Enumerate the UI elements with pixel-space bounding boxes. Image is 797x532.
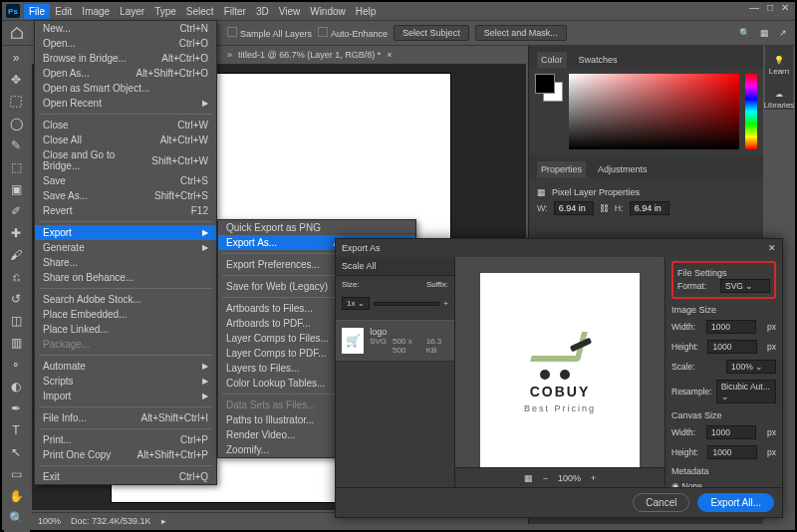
color-field[interactable] <box>569 74 739 149</box>
file-menu-item[interactable]: Browse in Bridge...Alt+Ctrl+O <box>35 51 216 66</box>
link-icon[interactable]: ⛓ <box>600 203 609 213</box>
crop-tool-icon[interactable]: ⬚ <box>4 157 28 177</box>
hue-strip[interactable] <box>745 74 757 149</box>
select-and-mask-button[interactable]: Select and Mask... <box>475 25 567 41</box>
file-menu-item[interactable]: Save As...Shift+Ctrl+S <box>35 188 216 203</box>
libraries-panel-button[interactable]: ☁Libraries <box>764 90 795 110</box>
resample-select[interactable]: Bicubic Aut... ⌄ <box>716 380 776 403</box>
file-menu-item[interactable]: Import▶ <box>35 389 216 403</box>
minimize-icon[interactable]: — <box>749 2 759 13</box>
file-menu-item[interactable]: SaveCtrl+S <box>35 173 216 188</box>
file-menu-item[interactable]: Open as Smart Object... <box>35 81 216 96</box>
maximize-icon[interactable]: □ <box>767 2 773 13</box>
type-tool-icon[interactable]: T <box>4 420 28 440</box>
suffix-input[interactable] <box>374 302 440 306</box>
file-menu-item[interactable]: Export▶ <box>35 225 216 240</box>
file-menu-item[interactable]: Print...Ctrl+P <box>35 432 216 447</box>
eyedropper-tool-icon[interactable]: ✐ <box>4 201 28 221</box>
brush-tool-icon[interactable]: 🖌 <box>4 245 28 265</box>
file-menu-item[interactable]: Close AllAlt+Ctrl+W <box>35 133 216 147</box>
status-zoom[interactable]: 100% <box>38 516 61 526</box>
eraser-tool-icon[interactable]: ◫ <box>4 311 28 331</box>
file-menu-item[interactable]: Search Adobe Stock... <box>35 292 216 307</box>
image-height-input[interactable]: 1000 <box>707 340 757 354</box>
menu-help[interactable]: Help <box>351 4 382 19</box>
quick-select-tool-icon[interactable]: ✎ <box>4 135 28 155</box>
history-brush-tool-icon[interactable]: ↺ <box>4 289 28 309</box>
file-menu-item[interactable]: RevertF12 <box>35 203 216 218</box>
file-menu-item[interactable]: Open As...Alt+Shift+Ctrl+O <box>35 66 216 81</box>
heal-tool-icon[interactable]: ✚ <box>4 223 28 243</box>
blur-tool-icon[interactable]: ∘ <box>4 355 28 375</box>
menu-type[interactable]: Type <box>149 4 181 19</box>
zoom-out-button[interactable]: − <box>543 473 548 483</box>
height-field[interactable]: 6.94 in <box>630 201 669 215</box>
add-scale-button[interactable]: + <box>443 299 448 308</box>
marquee-tool-icon[interactable] <box>4 92 28 112</box>
lasso-tool-icon[interactable]: ◯ <box>4 114 28 133</box>
document-tab[interactable]: titled-1 @ 66.7% (Layer 1, RGB/8) * <box>238 50 381 60</box>
share-icon[interactable]: ↗ <box>779 28 787 38</box>
zoom-tool-icon[interactable]: 🔍 <box>4 508 28 528</box>
tab-close-icon[interactable]: × <box>387 50 392 60</box>
file-menu-item[interactable]: Place Linked... <box>35 322 216 337</box>
width-field[interactable]: 6.94 in <box>554 201 594 215</box>
zoom-in-button[interactable]: + <box>591 473 596 483</box>
color-chips[interactable] <box>535 74 563 102</box>
learn-panel-button[interactable]: 💡Learn <box>769 56 789 76</box>
scale-select[interactable]: 100% ⌄ <box>726 360 776 374</box>
tab-swatches[interactable]: Swatches <box>575 52 622 68</box>
path-select-tool-icon[interactable]: ↖ <box>4 442 28 462</box>
chevrons-icon[interactable]: » <box>4 48 28 68</box>
chevron-right-icon[interactable]: ▸ <box>161 516 166 526</box>
file-menu-item[interactable]: Print One CopyAlt+Shift+Ctrl+P <box>35 447 216 462</box>
canvas-height-input[interactable]: 1000 <box>707 445 757 459</box>
menu-file[interactable]: File <box>24 4 50 19</box>
file-menu-item[interactable]: File Info...Alt+Shift+Ctrl+I <box>35 410 216 425</box>
tab-adjustments[interactable]: Adjustments <box>594 161 652 177</box>
hand-tool-icon[interactable]: ✋ <box>4 486 28 506</box>
menu-image[interactable]: Image <box>77 4 115 19</box>
workspace-icon[interactable]: ▦ <box>760 28 769 38</box>
auto-enhance-checkbox[interactable]: Auto-Enhance <box>318 27 388 39</box>
shape-tool-icon[interactable]: ▭ <box>4 464 28 484</box>
file-menu-item[interactable]: Close and Go to Bridge...Shift+Ctrl+W <box>35 147 216 173</box>
cancel-button[interactable]: Cancel <box>633 493 689 512</box>
file-menu-item[interactable]: Generate▶ <box>35 240 216 255</box>
close-icon[interactable]: ✕ <box>781 2 789 13</box>
format-select[interactable]: SVG ⌄ <box>720 279 770 293</box>
menu-layer[interactable]: Layer <box>115 4 149 19</box>
gradient-tool-icon[interactable]: ▥ <box>4 333 28 353</box>
select-subject-button[interactable]: Select Subject <box>394 25 469 41</box>
move-tool-icon[interactable]: ✥ <box>4 70 28 90</box>
file-menu-item[interactable]: Share on Behance... <box>35 270 216 285</box>
pen-tool-icon[interactable]: ✒ <box>4 399 28 418</box>
file-menu-item[interactable]: Share... <box>35 255 216 270</box>
file-menu-item[interactable]: CloseCtrl+W <box>35 118 216 133</box>
home-icon[interactable] <box>6 22 28 44</box>
export-all-button[interactable]: Export All... <box>697 493 774 512</box>
image-width-input[interactable]: 1000 <box>706 320 756 334</box>
menu-window[interactable]: Window <box>305 4 351 19</box>
menu-3d[interactable]: 3D <box>251 4 274 19</box>
sample-all-layers-checkbox[interactable]: Sample All Layers <box>227 27 312 39</box>
checker-icon[interactable]: ▦ <box>524 473 533 483</box>
file-menu-item[interactable]: Scripts▶ <box>35 374 216 389</box>
tab-color[interactable]: Color <box>537 52 567 68</box>
export-menu-item[interactable]: Quick Export as PNG <box>218 220 415 235</box>
search-icon[interactable]: 🔍 <box>739 28 750 38</box>
file-menu-item[interactable]: ExitCtrl+Q <box>35 469 216 484</box>
close-icon[interactable]: ✕ <box>768 243 776 253</box>
scale-select[interactable]: 1x ⌄ <box>342 297 370 310</box>
asset-row[interactable]: 🛒 logo SVG 500 x 500 16.3 KB <box>336 320 454 362</box>
stamp-tool-icon[interactable]: ⎌ <box>4 267 28 287</box>
menu-edit[interactable]: Edit <box>50 4 77 19</box>
file-menu-item[interactable]: Open Recent▶ <box>35 96 216 111</box>
file-menu-item[interactable]: Place Embedded... <box>35 307 216 322</box>
menu-view[interactable]: View <box>274 4 306 19</box>
file-menu-item[interactable]: Automate▶ <box>35 359 216 374</box>
canvas-width-input[interactable]: 1000 <box>706 425 756 439</box>
file-menu-item[interactable]: Open...Ctrl+O <box>35 36 216 51</box>
dodge-tool-icon[interactable]: ◐ <box>4 377 28 397</box>
menu-select[interactable]: Select <box>181 4 219 19</box>
